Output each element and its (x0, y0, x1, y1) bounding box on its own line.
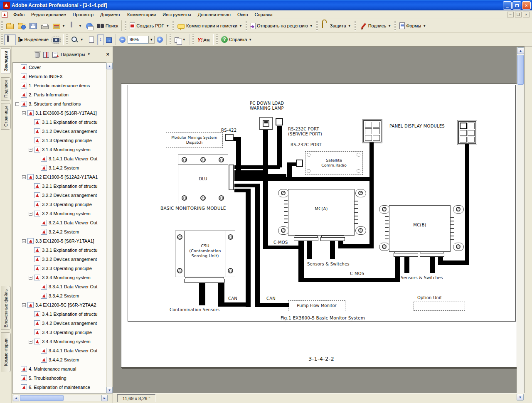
collapse-box-icon[interactable] (22, 239, 26, 243)
collapse-box-icon[interactable] (15, 102, 19, 106)
toolbar-grip[interactable] (216, 34, 218, 44)
forms-button[interactable]: Формы▼ (397, 20, 428, 32)
bookmark-item[interactable]: 3.1.4.1 Data Viewer Out (13, 154, 106, 163)
zoom-in-button[interactable]: + (155, 34, 165, 45)
bookmark-item[interactable]: 3.3 EX1200-5 [S6R-Y1TAA1] (13, 236, 106, 246)
doc-scroll-up-button[interactable]: ▲ (517, 47, 524, 54)
actual-size-button[interactable] (86, 34, 97, 45)
scrollbar-thumb[interactable] (20, 395, 64, 401)
close-button[interactable]: × (522, 1, 531, 10)
open-button[interactable] (4, 20, 16, 32)
bookmarks-horizontal-scrollbar[interactable]: ◄ ► (12, 395, 108, 401)
bookmark-item[interactable]: 3.2.3 Operating principle (13, 200, 106, 209)
bookmark-item[interactable]: 3.1.4.2 System (13, 163, 106, 172)
bookmark-item[interactable]: 3.4.1 Explanation of structu (13, 310, 106, 319)
bookmark-item[interactable]: 3.4.2 Devices arrangement (13, 319, 106, 328)
bookmark-item[interactable]: 4. Maintenance manual (13, 364, 106, 374)
bookmark-item[interactable]: 5. Troubleshooting (13, 374, 106, 383)
bookmark-item[interactable]: 3.4 EX1200-5C [S6R-Y2TAA2 (13, 300, 106, 310)
email-button[interactable] (84, 20, 95, 32)
toolbar-grip[interactable] (170, 34, 171, 44)
save-button[interactable] (27, 20, 39, 32)
panel-close-button[interactable]: × (106, 51, 109, 57)
bookmark-item[interactable]: 3.2.4 Monitoring system (13, 209, 106, 218)
tab-comments[interactable]: Комментарии (1, 332, 11, 372)
tab-signatures[interactable]: Подписи (1, 77, 11, 101)
delete-bookmark-icon[interactable] (35, 52, 40, 58)
menu-item[interactable]: Справка (251, 11, 276, 18)
bookmark-item[interactable]: 3.3.4 Monitoring system (13, 273, 106, 282)
scroll-left-button[interactable]: ◄ (13, 395, 19, 401)
bookmarks-vertical-scrollbar[interactable]: ▲ ▼ (106, 62, 113, 394)
send-review-button[interactable]: Отправить на рецензию▼ (249, 20, 315, 32)
collapse-box-icon[interactable] (29, 276, 32, 280)
bookmark-item[interactable]: 3.4.4 Monitoring system (13, 337, 106, 346)
bookmark-item[interactable]: 3.2.1 Explanation of structu (13, 182, 106, 191)
doc-restore-button[interactable]: ❐ (515, 12, 522, 17)
open-web-button[interactable] (16, 20, 27, 32)
bookmark-item[interactable]: 3.1.4 Monitoring system (13, 145, 106, 154)
bookmark-item[interactable]: 3.1 EX3600-5 [S16R-Y1TAA1] (13, 108, 106, 118)
zoom-level-dropdown[interactable]: ▼ (148, 36, 155, 44)
secure-button[interactable]: Защита▼ (319, 20, 353, 32)
zoom-level-input[interactable]: 86% (128, 36, 148, 44)
bookmark-item[interactable]: 3.2.2 Devices arrangement (13, 191, 106, 200)
scroll-right-button[interactable]: ► (101, 395, 108, 401)
document-pane[interactable]: PC DOWN LOAD WARNING LAMP RS-232C PORT (… (113, 47, 525, 393)
collapse-box-icon[interactable] (29, 148, 32, 152)
toolbar-grip[interactable] (394, 21, 396, 31)
bookmark-item[interactable]: 2. Parts Information (13, 90, 106, 99)
bookmark-item[interactable]: 3.1.1 Explanation of structu (13, 118, 106, 127)
print-button[interactable] (39, 20, 51, 32)
doc-close-button[interactable]: × (523, 12, 530, 17)
scroll-up-button[interactable]: ▲ (106, 63, 113, 69)
bookmark-item[interactable]: 3.2.4.1 Data Viewer Out (13, 218, 106, 227)
bookmark-item[interactable]: 3. Structure and functions (13, 99, 106, 108)
toolbar-grip[interactable] (192, 34, 194, 44)
bookmark-item[interactable]: 3.3.2 Devices arrangement (13, 255, 106, 264)
hand-tool-button[interactable] (4, 34, 16, 45)
expand-current-bookmark-icon[interactable] (43, 52, 49, 58)
tab-pages[interactable]: Страницы (1, 103, 11, 130)
bookmark-item[interactable]: Cover (13, 63, 106, 72)
collapse-box-icon[interactable] (22, 175, 26, 179)
organizer-button[interactable]: ▼ (51, 20, 67, 32)
menu-item[interactable]: Инструменты (159, 11, 195, 18)
collapse-box-icon[interactable] (29, 212, 32, 216)
document-vertical-scrollbar[interactable]: ▲ (517, 47, 524, 393)
toolbar-grip[interactable] (246, 21, 247, 31)
bookmark-item[interactable]: 3.2 EX1900-5 [S12A2-Y1TAA1 (13, 172, 106, 182)
select-tool-button[interactable]: I▸Выделение (16, 34, 51, 45)
doc-scroll-down-button[interactable]: ▼ (517, 394, 524, 401)
help-button[interactable]: ?Справка▼ (219, 34, 254, 45)
toolbar-grip[interactable] (125, 21, 126, 31)
toolbar-grip[interactable] (1, 34, 3, 44)
toolbar-grip[interactable] (66, 34, 68, 44)
collapse-box-icon[interactable] (22, 111, 26, 115)
collapse-box-icon[interactable] (29, 340, 32, 344)
bookmark-item[interactable]: 3.3.4.2 System (13, 291, 106, 300)
page-layout-button[interactable]: ▼ (172, 34, 188, 45)
create-pdf-button[interactable]: Создать PDF▼ (128, 20, 171, 32)
bookmark-item[interactable]: 3.4.4.2 System (13, 355, 106, 364)
menu-item[interactable]: Окно (234, 11, 251, 18)
toolbar-grip[interactable] (1, 21, 3, 31)
bookmark-item[interactable]: 3.4.4.1 Data Viewer Out (13, 346, 106, 355)
menu-item[interactable]: Просмотр (69, 11, 97, 18)
bookmark-item[interactable]: 3.4.3 Operating principle (13, 328, 106, 337)
toolbar-grip[interactable] (355, 21, 356, 31)
menu-item[interactable]: Комментарии (124, 11, 159, 18)
bookmarks-options-button[interactable]: Параметры▼ (61, 52, 91, 57)
toolbar-grip[interactable] (172, 21, 174, 31)
menu-item[interactable]: Дополнительно (195, 11, 234, 18)
zoom-tool-button[interactable]: ▼ (69, 34, 86, 45)
restore-button[interactable] (512, 1, 521, 10)
zoom-out-button[interactable]: − (117, 34, 128, 45)
menu-item[interactable]: Редактирование (28, 11, 69, 18)
menu-item[interactable]: Файл (10, 11, 28, 18)
bookmark-item[interactable]: 3.3.3 Operating principle (13, 264, 106, 273)
bookmark-item[interactable]: Return to INDEX (13, 72, 106, 81)
comments-button[interactable]: Комментарии и пометки▼ (175, 20, 244, 32)
new-bookmark-icon[interactable] (52, 52, 57, 58)
yahoo-search-button[interactable]: Y!🔎︎M (195, 34, 212, 45)
